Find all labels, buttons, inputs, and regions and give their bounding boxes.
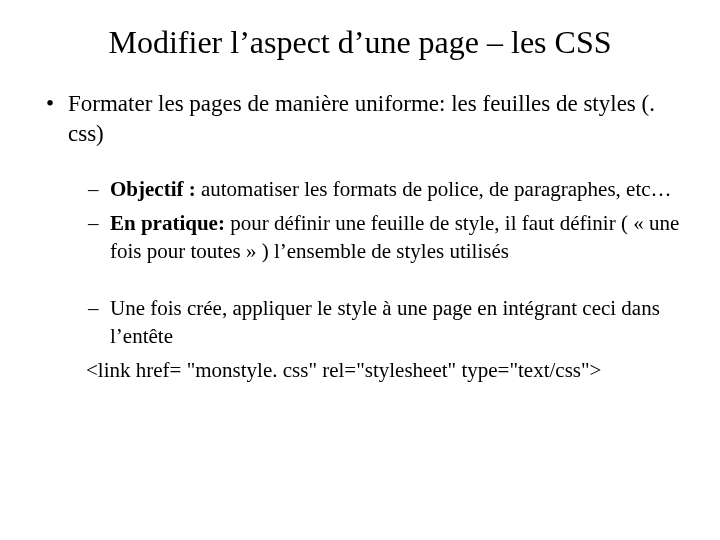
sub-item-apply: Une fois crée, appliquer le style à une … [86, 294, 680, 351]
bullet-list-level2-b: Une fois crée, appliquer le style à une … [86, 294, 680, 351]
bullet-item-1: Formater les pages de manière uniforme: … [40, 89, 680, 384]
sub-item-apply-text: Une fois crée, appliquer le style à une … [110, 296, 660, 348]
sub-item-pratique-bold: En pratique: [110, 211, 225, 235]
slide: Modifier l’aspect d’une page – les CSS F… [0, 0, 720, 540]
spacer [68, 272, 680, 294]
bullet-list-level2-a: Objectif : automatiser les formats de po… [86, 175, 680, 266]
bullet-1-text: Formater les pages de manière uniforme: … [68, 91, 655, 146]
slide-title: Modifier l’aspect d’une page – les CSS [40, 24, 680, 61]
code-line: <link href= "monstyle. css" rel="stylesh… [86, 357, 680, 384]
sub-item-pratique: En pratique: pour définir une feuille de… [86, 209, 680, 266]
bullet-list-level1: Formater les pages de manière uniforme: … [40, 89, 680, 384]
sub-item-objectif-bold: Objectif : [110, 177, 196, 201]
sub-item-objectif-rest: automatiser les formats de police, de pa… [196, 177, 672, 201]
sub-item-objectif: Objectif : automatiser les formats de po… [86, 175, 680, 203]
